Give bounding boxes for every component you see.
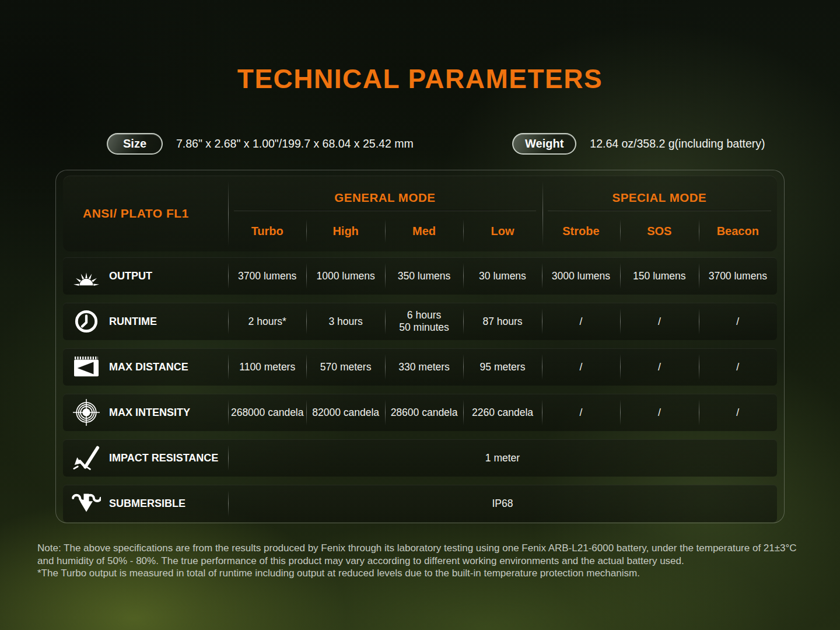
cell-runtime-med: 6 hours 50 minutes [385,303,463,340]
col-strobe: Strobe [542,211,620,251]
weight-spec: Weight 12.64 oz/358.2 g(including batter… [512,132,765,155]
cell-intensity-high: 82000 candela [306,394,384,431]
cell-output-sos: 150 lumens [620,257,698,295]
cell-runtime-sos: / [620,303,698,340]
cell-output-strobe: 3000 lumens [542,257,620,295]
table-row-output: OUTPUT 3700 lumens 1000 lumens 350 lumen… [63,257,777,295]
water-wave-icon [72,491,101,516]
weight-badge: Weight [512,133,576,155]
cell-distance-turbo: 1100 meters [228,348,306,386]
row-label: MAX INTENSITY [109,407,190,419]
corner-label: ANSI/ PLATO FL1 [63,176,228,251]
table-header: ANSI/ PLATO FL1 GENERAL MODE SPECIAL MOD… [63,176,777,251]
cell-intensity-med: 28600 candela [385,394,463,431]
cell-submersible-value: IP68 [228,485,777,522]
cell-output-high: 1000 lumens [306,257,384,295]
col-sos: SOS [620,211,698,251]
footnote: Note: The above specifications are from … [37,542,813,580]
table-row-max-distance: MAX DISTANCE 1100 meters 570 meters 330 … [63,348,777,386]
target-icon [72,399,101,426]
spec-table: ANSI/ PLATO FL1 GENERAL MODE SPECIAL MOD… [55,170,785,523]
mode-group-divider [542,181,543,246]
cell-distance-high: 570 meters [306,348,384,386]
cell-intensity-beacon: / [699,394,777,431]
cell-runtime-strobe: / [542,303,620,340]
cell-intensity-low: 2260 candela [463,394,541,431]
cell-output-turbo: 3700 lumens [228,257,306,295]
row-label: RUNTIME [109,316,157,328]
size-spec: Size 7.86" x 2.68" x 1.00"/199.7 x 68.04… [107,132,414,155]
cell-distance-beacon: / [699,348,777,386]
row-label: SUBMERSIBLE [109,498,186,510]
group-general-mode: GENERAL MODE [228,176,542,211]
col-beacon: Beacon [699,211,777,251]
row-label: IMPACT RESISTANCE [109,452,218,464]
impact-arrow-icon [72,445,101,471]
cell-runtime-high: 3 hours [306,303,384,340]
cell-intensity-turbo: 268000 candela [228,394,306,431]
cell-output-low: 30 lumens [463,257,541,295]
cell-runtime-turbo: 2 hours* [228,303,306,340]
table-row-runtime: RUNTIME 2 hours* 3 hours 6 hours 50 minu… [63,303,777,340]
footnote-line-1: Note: The above specifications are from … [37,542,813,555]
table-row-submersible: SUBMERSIBLE IP68 [63,485,777,522]
cell-distance-strobe: / [542,348,620,386]
size-value: 7.86" x 2.68" x 1.00"/199.7 x 68.04 x 25… [176,137,414,150]
row-label: MAX DISTANCE [109,361,188,373]
page-title: TECHNICAL PARAMETERS [0,63,840,94]
footnote-line-3: *The Turbo output is measured in total o… [37,567,813,580]
cell-output-beacon: 3700 lumens [699,257,777,295]
measuring-tape-icon [72,355,101,379]
cell-distance-med: 330 meters [385,348,463,386]
cell-intensity-sos: / [620,394,698,431]
cell-runtime-low: 87 hours [463,303,541,340]
table-row-max-intensity: MAX INTENSITY 268000 candela 82000 cande… [63,394,777,431]
col-turbo: Turbo [228,211,306,251]
cell-intensity-strobe: / [542,394,620,431]
table-row-impact-resistance: IMPACT RESISTANCE 1 meter [63,439,777,477]
cell-impact-value: 1 meter [228,439,777,477]
col-low: Low [463,211,541,251]
footnote-line-2: and humidity of 50% - 80%. The true perf… [37,555,813,568]
col-high: High [306,211,384,251]
group-special-mode: SPECIAL MODE [542,176,777,211]
col-med: Med [385,211,463,251]
cell-output-med: 350 lumens [385,257,463,295]
clock-icon [72,309,101,334]
sunburst-icon [72,264,101,288]
weight-value: 12.64 oz/358.2 g(including battery) [590,137,765,150]
header-divider [228,181,229,246]
cell-runtime-beacon: / [699,303,777,340]
cell-distance-low: 95 meters [463,348,541,386]
row-label: OUTPUT [109,270,152,282]
size-badge: Size [107,133,163,155]
cell-distance-sos: / [620,348,698,386]
